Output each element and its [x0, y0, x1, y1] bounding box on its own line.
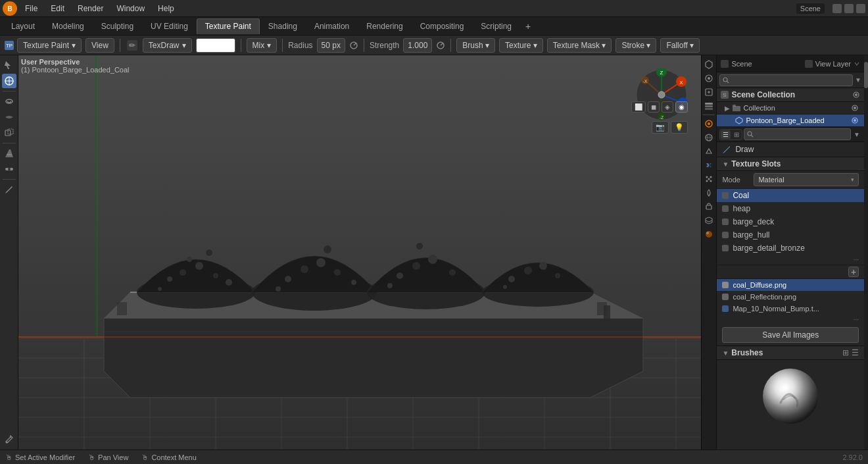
- tab-layout[interactable]: Layout: [3, 18, 43, 34]
- material-btn[interactable]: ◈: [662, 101, 673, 113]
- menu-window[interactable]: Window: [111, 3, 150, 14]
- material-item-barge-detail[interactable]: barge_detail_bronze: [717, 242, 864, 255]
- texture-slots-header[interactable]: ▼ Texture Slots: [717, 157, 864, 171]
- maximize-btn[interactable]: [844, 4, 854, 13]
- material-item-barge-deck[interactable]: barge_deck: [717, 215, 864, 228]
- tool-icon-annotate[interactable]: [2, 182, 16, 197]
- outliner-search[interactable]: [719, 74, 853, 86]
- tool-icon-smear[interactable]: [2, 110, 16, 124]
- light-icon-btn[interactable]: 💡: [671, 121, 688, 134]
- radius-value[interactable]: 50 px: [317, 38, 345, 53]
- scene-selector[interactable]: Scene: [800, 5, 821, 13]
- scene-collection-visible-icon[interactable]: [852, 91, 860, 99]
- material-item-heap[interactable]: heap: [717, 202, 864, 215]
- tab-scripting[interactable]: Scripting: [472, 18, 520, 34]
- texture-mask-btn[interactable]: Texture Mask ▾: [547, 38, 612, 53]
- svg-point-62: [428, 255, 437, 264]
- prop-constraints-icon[interactable]: [702, 200, 715, 213]
- brushes-grid-icon[interactable]: ⊞: [842, 348, 849, 357]
- prop-modifier-icon[interactable]: [702, 159, 715, 172]
- prop-scene-props-icon[interactable]: [702, 117, 715, 130]
- render-btn[interactable]: ◉: [675, 101, 688, 113]
- color-swatch[interactable]: [196, 38, 235, 53]
- prop-object-icon[interactable]: [702, 145, 715, 158]
- camera-icon-btn[interactable]: 📷: [652, 121, 669, 134]
- collection-visible-icon[interactable]: [851, 104, 859, 112]
- blend-mode-dropdown[interactable]: Mix ▾: [247, 38, 277, 53]
- menu-file[interactable]: File: [20, 3, 43, 14]
- add-texture-btn[interactable]: +: [848, 267, 859, 277]
- brush-btn[interactable]: Brush ▾: [456, 38, 495, 53]
- prop-view-layer-icon[interactable]: [702, 99, 715, 113]
- prop-scene-icon[interactable]: [702, 58, 715, 71]
- texture-btn[interactable]: Texture ▾: [499, 38, 543, 53]
- scene-canvas[interactable]: User Perspective (1) Pontoon_Barge_Loade…: [18, 55, 701, 450]
- add-workspace-btn[interactable]: +: [520, 18, 536, 34]
- svg-point-69: [539, 262, 547, 270]
- viewport-3d[interactable]: User Perspective (1) Pontoon_Barge_Loade…: [18, 55, 701, 450]
- svg-rect-124: [733, 106, 740, 111]
- close-btn[interactable]: [856, 4, 865, 13]
- stroke-btn[interactable]: Stroke ▾: [615, 38, 656, 53]
- object-item-barge[interactable]: Pontoon_Barge_Loaded: [717, 115, 864, 127]
- brushes-header[interactable]: ▼ Brushes ⊞ ☰: [717, 346, 864, 360]
- brush-tool-dropdown[interactable]: TexDraw ▾: [143, 38, 192, 53]
- solid-btn[interactable]: ◼: [648, 101, 660, 113]
- tab-sculpting[interactable]: Sculpting: [93, 18, 142, 34]
- brush-preview[interactable]: [761, 367, 820, 426]
- tool-icon-draw[interactable]: [2, 74, 16, 88]
- prop-particles-icon[interactable]: [702, 172, 715, 186]
- minimize-btn[interactable]: [832, 4, 842, 13]
- material-dot-barge-detail: [722, 245, 729, 251]
- paint-mode-dropdown[interactable]: Texture Paint ▾: [17, 38, 82, 53]
- texture-item-coal-diffuse[interactable]: coal_Diffuse.png: [717, 279, 864, 291]
- material-item-barge-hull[interactable]: barge_hull: [717, 228, 864, 242]
- tab-shading[interactable]: Shading: [260, 18, 306, 34]
- prop-output-icon[interactable]: [702, 86, 715, 99]
- falloff-btn[interactable]: Falloff ▾: [660, 38, 700, 53]
- strength-value[interactable]: 1.000: [403, 38, 432, 53]
- menu-render[interactable]: Render: [72, 3, 108, 14]
- texture-item-map-normal[interactable]: Map_10_Normal_Bump.t...: [717, 303, 864, 315]
- prop-data-icon[interactable]: [702, 214, 715, 227]
- object-visible-icon[interactable]: [851, 116, 859, 124]
- tool-icon-clone[interactable]: [2, 126, 16, 140]
- texture-item-coal-reflection[interactable]: coal_Reflection.png: [717, 291, 864, 303]
- collection-item-main[interactable]: ▶ Collection: [717, 102, 864, 115]
- prop-physics-icon[interactable]: [702, 186, 715, 199]
- outliner-filter-icon[interactable]: ▼: [855, 76, 861, 84]
- tab-compositing[interactable]: Compositing: [412, 18, 473, 34]
- tab-texture-paint[interactable]: Texture Paint: [197, 18, 260, 34]
- tool-icon-mask[interactable]: [2, 162, 16, 176]
- prop-world-icon[interactable]: [702, 131, 715, 144]
- prop-render-icon[interactable]: [702, 72, 715, 85]
- tool-icon-eyedropper[interactable]: [2, 432, 16, 447]
- menu-edit[interactable]: Edit: [45, 3, 70, 14]
- tool-icon-soften[interactable]: [2, 94, 16, 109]
- full-right-panel: Scene View Layer: [716, 55, 864, 450]
- prop-material-icon[interactable]: [702, 228, 715, 241]
- icon-view-btn[interactable]: ⊞: [732, 130, 741, 139]
- tab-rendering[interactable]: Rendering: [358, 18, 411, 34]
- nav-gizmo[interactable]: X -X Z -Z Y: [635, 68, 688, 123]
- scrollbar-thumb[interactable]: [864, 62, 868, 88]
- tab-animation[interactable]: Animation: [306, 18, 358, 34]
- tab-modeling[interactable]: Modeling: [43, 18, 93, 34]
- separator-1: [120, 39, 120, 52]
- wireframe-btn[interactable]: ⬜: [631, 101, 646, 113]
- scene-collection-header[interactable]: S Scene Collection: [717, 88, 864, 102]
- right-panel-scrollbar[interactable]: [864, 55, 868, 450]
- view-dropdown[interactable]: View: [85, 38, 114, 53]
- mode-dropdown[interactable]: Material ▾: [754, 173, 859, 186]
- list-view-btn[interactable]: ☰: [721, 130, 731, 139]
- svg-point-53: [301, 265, 308, 273]
- props-search-box[interactable]: [744, 128, 851, 140]
- tool-icon-select[interactable]: [2, 58, 16, 72]
- props-filter-icon[interactable]: ▼: [852, 130, 861, 140]
- tab-uv-editing[interactable]: UV Editing: [142, 18, 197, 34]
- brushes-list-icon[interactable]: ☰: [852, 348, 859, 357]
- save-all-images-btn[interactable]: Save All Images: [722, 327, 859, 343]
- tool-icon-fill[interactable]: [2, 146, 16, 161]
- material-item-coal[interactable]: Coal: [717, 189, 864, 202]
- menu-help[interactable]: Help: [153, 3, 180, 14]
